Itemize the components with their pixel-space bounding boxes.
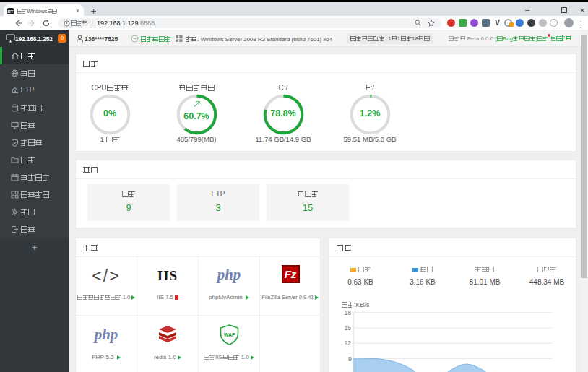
svg-text:12: 12 <box>345 339 352 347</box>
svg-text:18: 18 <box>345 309 352 316</box>
svg-text:9: 9 <box>348 355 352 363</box>
svg-text:WAF: WAF <box>223 332 235 337</box>
svg-text:15: 15 <box>345 324 352 332</box>
